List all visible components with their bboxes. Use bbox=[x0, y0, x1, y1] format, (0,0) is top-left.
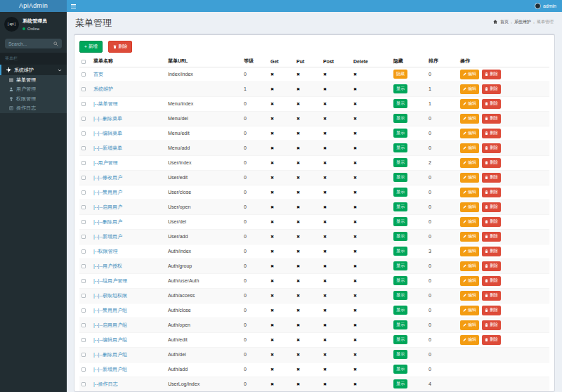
delete-button[interactable]: 删除 bbox=[482, 173, 501, 183]
row-checkbox[interactable] bbox=[81, 72, 86, 77]
edit-button[interactable]: 编辑 bbox=[460, 306, 479, 315]
delete-button[interactable]: 删除 bbox=[482, 158, 501, 168]
delete-button[interactable]: 删除 bbox=[482, 114, 501, 124]
delete-button[interactable]: 删除 bbox=[482, 217, 501, 227]
search-input[interactable] bbox=[8, 41, 53, 46]
row-checkbox[interactable] bbox=[81, 146, 86, 150]
row-checkbox[interactable] bbox=[81, 235, 86, 239]
delete-button[interactable]: 删除 bbox=[482, 188, 501, 197]
row-checkbox[interactable] bbox=[81, 353, 86, 357]
edit-button[interactable]: 编辑 bbox=[460, 232, 479, 242]
menu-name-link[interactable]: |--菜单管理 bbox=[93, 101, 117, 106]
menu-name-link[interactable]: |--|--编辑菜单 bbox=[93, 131, 122, 136]
edit-button[interactable]: 编辑 bbox=[460, 335, 479, 345]
delete-button[interactable]: 删除 bbox=[482, 247, 501, 256]
row-checkbox[interactable] bbox=[81, 279, 86, 283]
menu-name-link[interactable]: |--|--删除用户 bbox=[93, 219, 122, 224]
row-checkbox[interactable] bbox=[81, 205, 86, 209]
edit-button[interactable]: 编辑 bbox=[460, 261, 479, 271]
delete-button[interactable]: 删除 bbox=[482, 232, 501, 242]
menu-toggle-icon[interactable] bbox=[67, 0, 79, 12]
breadcrumb-section[interactable]: 系统维护 bbox=[514, 19, 531, 25]
menu-name-link[interactable]: |--|--删除用户组 bbox=[93, 352, 127, 357]
edit-button[interactable]: 编辑 bbox=[460, 320, 479, 330]
delete-button[interactable]: 删除 bbox=[482, 335, 501, 345]
menu-name-link[interactable]: |--|--新增菜单 bbox=[93, 145, 122, 150]
row-checkbox[interactable] bbox=[81, 338, 86, 342]
delete-button[interactable]: 删除 bbox=[482, 291, 501, 301]
row-checkbox[interactable] bbox=[81, 220, 86, 224]
edit-button[interactable]: 编辑 bbox=[460, 84, 479, 94]
edit-button[interactable]: 编辑 bbox=[460, 158, 479, 168]
row-checkbox[interactable] bbox=[81, 308, 86, 313]
menu-sort: 0 bbox=[426, 332, 458, 347]
menu-name-link[interactable]: |--|--新增用户组 bbox=[93, 367, 127, 372]
delete-button[interactable]: 删除 bbox=[482, 70, 501, 79]
menu-name-link[interactable]: |--|--获取组权限 bbox=[93, 293, 127, 298]
edit-button[interactable]: 编辑 bbox=[460, 114, 479, 124]
menu-name-link[interactable]: |--|--组用户管理 bbox=[93, 278, 127, 283]
delete-button[interactable]: 删除 bbox=[482, 320, 501, 330]
menu-name-link[interactable]: |--操作日志 bbox=[93, 381, 117, 386]
row-checkbox[interactable] bbox=[81, 176, 86, 180]
edit-button[interactable]: 编辑 bbox=[460, 291, 479, 301]
row-checkbox[interactable] bbox=[81, 161, 86, 165]
brand-logo[interactable]: ApiAdmin bbox=[0, 0, 67, 12]
menu-name-link[interactable]: 首页 bbox=[93, 72, 103, 77]
bulk-delete-button[interactable]: 删除 bbox=[108, 41, 132, 53]
row-checkbox[interactable] bbox=[81, 117, 86, 121]
edit-button[interactable]: 编辑 bbox=[460, 276, 479, 286]
menu-name-link[interactable]: |--|--编辑用户组 bbox=[93, 337, 127, 342]
row-checkbox[interactable] bbox=[81, 102, 86, 106]
edit-button[interactable]: 编辑 bbox=[460, 70, 479, 79]
method-get-mark: ✖ bbox=[268, 362, 294, 377]
delete-button[interactable]: 删除 bbox=[482, 84, 501, 94]
edit-button[interactable]: 编辑 bbox=[460, 143, 479, 153]
menu-name-link[interactable]: |--|--修改用户 bbox=[93, 175, 122, 180]
row-checkbox[interactable] bbox=[81, 131, 86, 136]
menu-name-link[interactable]: |--|--用户授权 bbox=[93, 263, 122, 268]
edit-button[interactable]: 编辑 bbox=[460, 217, 479, 227]
edit-button[interactable]: 编辑 bbox=[460, 188, 479, 197]
edit-button[interactable]: 编辑 bbox=[460, 173, 479, 183]
row-checkbox[interactable] bbox=[81, 294, 86, 298]
row-checkbox[interactable] bbox=[81, 249, 86, 254]
delete-button[interactable]: 删除 bbox=[482, 306, 501, 315]
menu-name-link[interactable]: |--|--删除菜单 bbox=[93, 116, 122, 121]
row-checkbox[interactable] bbox=[81, 264, 86, 268]
menu-name-link[interactable]: |--|--启用用户 bbox=[93, 204, 122, 209]
row-checkbox[interactable] bbox=[81, 367, 86, 372]
menu-name-link[interactable]: |--|--新增用户 bbox=[93, 234, 122, 239]
navbar-user-menu[interactable]: admin bbox=[529, 0, 562, 12]
menu-name-link[interactable]: |--|--禁用用户组 bbox=[93, 308, 127, 313]
menu-name-link[interactable]: |--|--启用用户组 bbox=[93, 322, 127, 327]
search-icon[interactable] bbox=[53, 41, 58, 46]
edit-button[interactable]: 编辑 bbox=[460, 99, 479, 109]
delete-button[interactable]: 删除 bbox=[482, 202, 501, 212]
add-button[interactable]: + 新增 bbox=[79, 41, 103, 53]
sidebar-item-menu-management[interactable]: 菜单管理 bbox=[0, 75, 67, 85]
sidebar-item-user-management[interactable]: 用户管理 bbox=[0, 85, 67, 95]
sidebar-item-operation-log[interactable]: 操作日志 bbox=[0, 104, 67, 114]
method-get-mark: ✖ bbox=[268, 67, 294, 81]
row-checkbox[interactable] bbox=[81, 87, 86, 91]
menu-name-link[interactable]: |--权限管理 bbox=[93, 249, 117, 254]
edit-button[interactable]: 编辑 bbox=[460, 129, 479, 138]
select-all-checkbox[interactable] bbox=[81, 60, 86, 64]
treeview-toggle-system[interactable]: 系统维护 bbox=[0, 65, 67, 75]
row-checkbox[interactable] bbox=[81, 382, 86, 386]
row-checkbox[interactable] bbox=[81, 323, 86, 327]
delete-button[interactable]: 删除 bbox=[482, 129, 501, 138]
menu-name-link[interactable]: |--用户管理 bbox=[93, 160, 117, 165]
breadcrumb-home[interactable]: 首页 bbox=[500, 19, 509, 25]
menu-name-link[interactable]: |--|--禁用用户 bbox=[93, 190, 122, 195]
delete-button[interactable]: 删除 bbox=[482, 143, 501, 153]
row-checkbox[interactable] bbox=[81, 190, 86, 195]
sidebar-item-permission-management[interactable]: 权限管理 bbox=[0, 94, 67, 104]
delete-button[interactable]: 删除 bbox=[482, 276, 501, 286]
edit-button[interactable]: 编辑 bbox=[460, 247, 479, 256]
edit-button[interactable]: 编辑 bbox=[460, 202, 479, 212]
delete-button[interactable]: 删除 bbox=[482, 261, 501, 271]
menu-name-link[interactable]: 系统维护 bbox=[93, 86, 113, 91]
delete-button[interactable]: 删除 bbox=[482, 99, 501, 109]
